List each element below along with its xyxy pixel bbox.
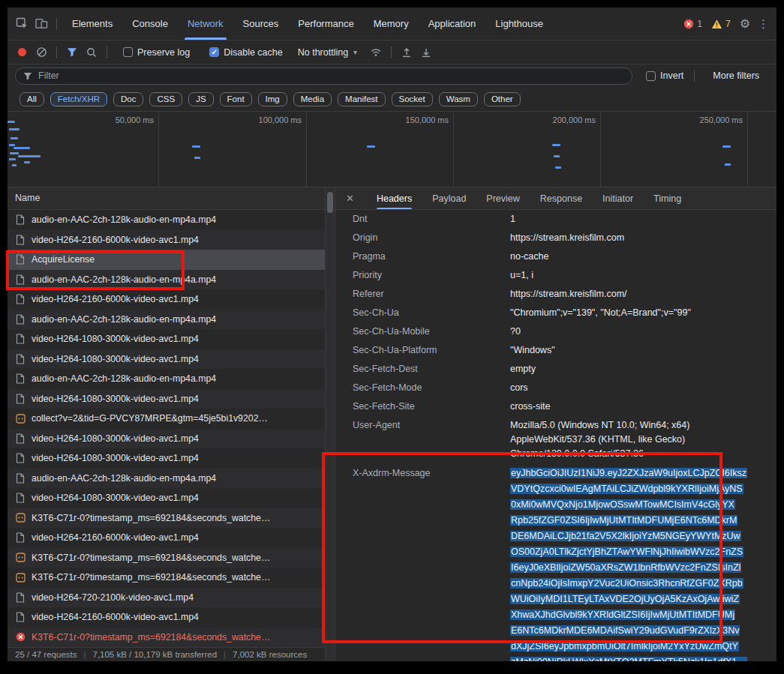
- device-toolbar-icon[interactable]: [32, 14, 51, 34]
- selected-text[interactable]: dXJjZSI6eyJpbmxpbmUiOlt7ImlkIjoiM2YxYzUw…: [510, 641, 739, 652]
- header-value[interactable]: cross-site: [510, 397, 772, 416]
- selected-text[interactable]: E6NTc6MDkrMDE6MDAifSwiY29udGVudF9rZXlzX3…: [510, 625, 740, 636]
- request-row[interactable]: video-H264-1080-3000k-video-avc1.mp4: [8, 448, 325, 469]
- tab-performance[interactable]: Performance: [288, 7, 363, 40]
- scrollbar-thumb[interactable]: [327, 192, 333, 213]
- request-row[interactable]: video-H264-2160-6000k-video-avc1.mp4: [8, 607, 325, 628]
- request-row[interactable]: video-H264-1080-3000k-video-avc1.mp4: [8, 349, 325, 370]
- tab-console[interactable]: Console: [122, 7, 178, 40]
- selected-text[interactable]: DE6MDAiLCJjb21fa2V5X2lkIjoiYzM5NGEyYWYtM…: [510, 531, 741, 541]
- details-tab-preview[interactable]: Preview: [486, 187, 519, 209]
- tab-sources[interactable]: Sources: [233, 7, 289, 40]
- filter-chip-doc[interactable]: Doc: [113, 92, 143, 106]
- request-row[interactable]: audio-en-AAC-2ch-128k-audio-en-mp4a.mp4: [8, 270, 325, 290]
- tab-application[interactable]: Application: [419, 7, 486, 40]
- throttling-select[interactable]: No throttling ▾: [298, 47, 357, 58]
- details-tab-headers[interactable]: Headers: [377, 187, 412, 209]
- filter-chip-manifest[interactable]: Manifest: [338, 92, 385, 106]
- tab-lighthouse[interactable]: Lighthouse: [485, 7, 553, 40]
- header-value[interactable]: 1: [510, 210, 772, 229]
- filter-chip-img[interactable]: Img: [258, 92, 287, 106]
- filter-chip-css[interactable]: CSS: [149, 92, 182, 106]
- header-value[interactable]: eyJhbGciOiJIUzI1NiJ9.eyJ2ZXJzaW9uIjoxLCJ…: [510, 466, 772, 661]
- header-value[interactable]: u=1, i: [510, 266, 772, 285]
- tab-memory[interactable]: Memory: [364, 7, 419, 40]
- filter-chip-font[interactable]: Font: [220, 92, 252, 106]
- disable-cache-checkbox[interactable]: ✓ Disable cache: [209, 47, 283, 58]
- header-value[interactable]: Mozilla/5.0 (Windows NT 10.0; Win64; x64…: [510, 418, 772, 461]
- filter-toggle-icon[interactable]: [62, 43, 82, 62]
- clear-button[interactable]: [32, 43, 51, 62]
- selected-text[interactable]: VDYtQzcxci0wIEAgMTAiLCJiZWdpbl9kYXRlIjoi…: [510, 484, 743, 494]
- header-value[interactable]: empty: [510, 360, 772, 379]
- filter-chip-other[interactable]: Other: [484, 92, 521, 106]
- request-row[interactable]: K3T6-C71r-0?timestamp_ms=692184&seconds_…: [8, 628, 325, 648]
- selected-text[interactable]: OS00ZjA0LTlkZjctYjBhZTAwYWFlNjJhIiwibWVz…: [510, 547, 743, 557]
- header-value[interactable]: ?0: [510, 322, 772, 341]
- request-row[interactable]: audio-en-AAC-2ch-128k-audio-en-mp4a.mp4: [8, 310, 325, 330]
- selected-text[interactable]: I6eyJ0eXBlIjoiZW50aXRsZW1lbnRfbWVzc2FnZS…: [510, 562, 741, 573]
- import-har-icon[interactable]: [397, 43, 416, 62]
- selected-text[interactable]: zMzNi00NjRkLWIxYzMtYTQ2MTFmYTk5Nzk1In1df…: [510, 657, 747, 661]
- header-row: Priorityu=1, i: [335, 266, 776, 285]
- filter-chip-fetch-xhr[interactable]: Fetch/XHR: [50, 92, 107, 106]
- header-value[interactable]: "Chromium";v="139", "Not;A=Brand";v="99": [510, 304, 772, 322]
- request-row[interactable]: video-H264-720-2100k-video-avc1.mp4: [8, 588, 325, 608]
- header-value[interactable]: https://stream.kreisfilm.com: [510, 229, 772, 247]
- header-value[interactable]: no-cache: [510, 247, 772, 266]
- selected-text[interactable]: WUiOiIyMDI1LTEyLTAxVDE2OjUyOjA5KzAxOjAwI…: [510, 594, 740, 604]
- selected-text[interactable]: cnNpb24iOjIsImxpY2Vuc2UiOnsic3RhcnRfZGF0…: [510, 578, 743, 589]
- selected-text[interactable]: Rpb25fZGF0ZSI6IjIwMjUtMTItMDFUMjE6NTc6MD…: [510, 515, 737, 526]
- timeline-overview[interactable]: 50,000 ms100,000 ms150,000 ms200,000 ms2…: [8, 111, 776, 187]
- request-row[interactable]: K3T6-C71r-0?timestamp_ms=692184&seconds_…: [8, 508, 325, 529]
- filter-input[interactable]: Filter: [15, 67, 632, 85]
- kebab-menu-icon[interactable]: ⋮: [758, 17, 769, 31]
- more-filters-button[interactable]: More filters: [713, 70, 759, 81]
- request-row[interactable]: video-H264-2160-6000k-video-avc1.mp4: [8, 528, 325, 548]
- close-icon[interactable]: ✕: [346, 193, 354, 204]
- selected-text[interactable]: eyJhbGciOiJIUzI1NiJ9.eyJ2ZXJzaW9uIjoxLCJ…: [510, 468, 747, 478]
- record-button[interactable]: [12, 43, 32, 62]
- tab-elements[interactable]: Elements: [62, 7, 122, 40]
- selected-text[interactable]: XhwaXJhdGlvbl9kYXRldGltZSI6IjIwMjUtMTItM…: [510, 610, 735, 620]
- filter-chip-js[interactable]: JS: [188, 92, 213, 106]
- request-row[interactable]: collect?v=2&tid=G-PVCY87MRPE&gtm=45je5bi…: [8, 409, 325, 429]
- request-row[interactable]: K3T6-C71r-0?timestamp_ms=692184&seconds_…: [8, 568, 325, 588]
- preserve-log-checkbox[interactable]: Preserve log: [123, 47, 190, 58]
- details-tab-response[interactable]: Response: [540, 187, 582, 209]
- invert-checkbox[interactable]: Invert: [646, 70, 683, 81]
- request-row[interactable]: audio-en-AAC-2ch-128k-audio-en-mp4a.mp4: [8, 369, 325, 389]
- details-tab-initiator[interactable]: Initiator: [602, 187, 633, 209]
- network-conditions-icon[interactable]: [366, 43, 386, 62]
- header-value[interactable]: cors: [510, 379, 772, 397]
- filter-chip-wasm[interactable]: Wasm: [439, 92, 478, 106]
- details-tab-timing[interactable]: Timing: [653, 187, 681, 209]
- name-column-header[interactable]: Name: [15, 193, 40, 203]
- filter-chip-media[interactable]: Media: [293, 92, 332, 106]
- selected-text[interactable]: 0xMi0wMVQxNjo1MjowOSswMTowMCIsImV4cGlyYX: [510, 499, 735, 510]
- request-row[interactable]: audio-en-AAC-2ch-128k-audio-en-mp4a.mp4: [8, 210, 325, 230]
- request-row[interactable]: video-H264-1080-3000k-video-avc1.mp4: [8, 329, 325, 349]
- document-icon: [15, 254, 26, 265]
- search-icon[interactable]: [82, 43, 101, 62]
- header-value[interactable]: "Windows": [510, 341, 772, 360]
- export-har-icon[interactable]: [416, 43, 436, 62]
- request-row[interactable]: video-H264-1080-3000k-video-avc1.mp4: [8, 488, 325, 508]
- details-tab-payload[interactable]: Payload: [432, 187, 466, 209]
- request-row[interactable]: video-H264-1080-3000k-video-avc1.mp4: [8, 429, 325, 449]
- header-value[interactable]: https://stream.kreisfilm.com/: [510, 285, 772, 304]
- filter-chip-socket[interactable]: Socket: [392, 92, 433, 106]
- request-row[interactable]: video-H264-2160-6000k-video-avc1.mp4: [8, 289, 325, 310]
- inspect-icon[interactable]: [12, 14, 32, 34]
- request-row[interactable]: video-H264-1080-3000k-video-avc1.mp4: [8, 389, 325, 409]
- vertical-scrollbar[interactable]: [325, 187, 335, 661]
- error-badge[interactable]: 1: [683, 19, 702, 29]
- warning-badge[interactable]: 7: [711, 19, 731, 29]
- request-row[interactable]: K3T6-C71r-0?timestamp_ms=692184&seconds_…: [8, 548, 325, 568]
- request-row[interactable]: AcquireLicense: [8, 250, 325, 270]
- tab-network[interactable]: Network: [178, 7, 233, 40]
- settings-gear-icon[interactable]: ⚙: [740, 16, 750, 31]
- filter-chip-all[interactable]: All: [20, 92, 44, 106]
- request-row[interactable]: audio-en-AAC-2ch-128k-audio-en-mp4a.mp4: [8, 469, 325, 489]
- request-row[interactable]: video-H264-2160-6000k-video-avc1.mp4: [8, 230, 325, 250]
